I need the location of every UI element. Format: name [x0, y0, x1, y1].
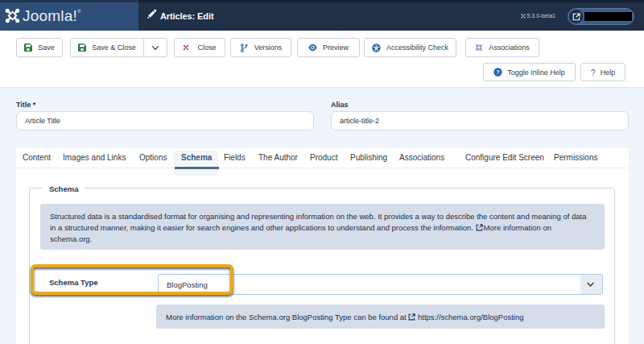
svg-text:?: ?	[497, 69, 500, 75]
